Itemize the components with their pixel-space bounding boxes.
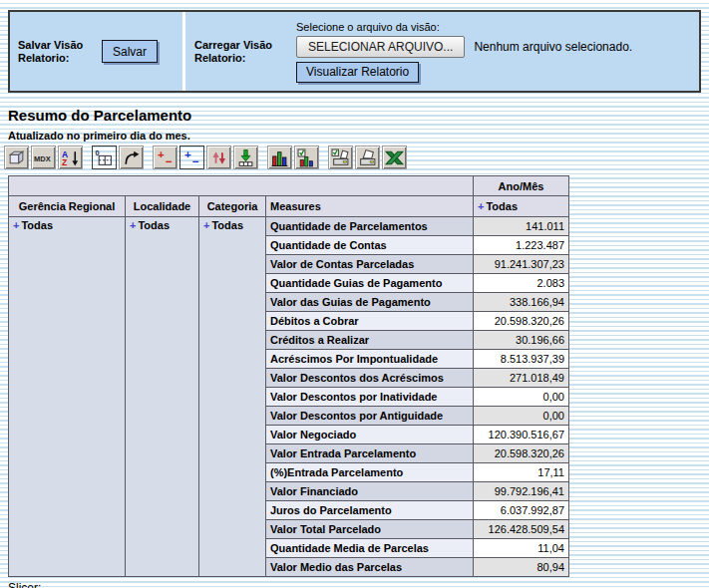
header-gerencia-regional: Gerência Regional [9, 196, 126, 217]
measure-value-cell: 91.241.307,23 [474, 255, 569, 274]
save-view-label: Salvar Visão Relatorio: [18, 39, 90, 65]
measure-label-cell: Valor Descontos por Inatividade [266, 388, 474, 407]
measure-value-cell: 11,04 [474, 539, 569, 558]
measure-label-cell: Valor Descontos dos Acréscimos [266, 369, 474, 388]
column-member-cell[interactable]: +Todas [474, 196, 569, 217]
expand-plus-icon[interactable]: + [130, 219, 136, 231]
expand-plus-icon[interactable]: + [203, 219, 209, 231]
measure-value-cell: 141.011 [474, 217, 569, 236]
row-member-cell[interactable]: +Todas [199, 217, 266, 577]
measure-label-cell: Quantidade Guias de Pagamento [266, 274, 474, 293]
slicer-label: Slicer: [8, 581, 709, 588]
measure-value-cell: 2.083 [474, 274, 569, 293]
show-empty-cells-icon[interactable]: 0 [92, 146, 117, 169]
print-icon[interactable] [355, 146, 380, 169]
drill-position-icon[interactable]: + − [179, 146, 204, 169]
svg-text:MDX: MDX [34, 154, 51, 163]
header-categoria: Categoria [199, 196, 266, 217]
pivot-head: Ano/Mês Gerência Regional Localidade Cat… [9, 176, 569, 217]
pivot-table: Ano/Mês Gerência Regional Localidade Cat… [8, 175, 569, 577]
measure-label-cell: Acréscimos Por Impontualidade [266, 350, 474, 369]
drill-through-icon[interactable] [233, 146, 258, 169]
row-member-cell[interactable]: +Todas [126, 217, 199, 577]
column-member-label: Todas [486, 200, 518, 212]
table-row: +Todas+Todas+TodasQuantidade de Parcelam… [9, 217, 569, 236]
show-chart-icon[interactable] [267, 146, 292, 169]
measure-value-cell: 0,00 [474, 407, 569, 426]
measure-label-cell: Valor Negociado [266, 426, 474, 444]
measure-label-cell: Valor de Contas Parceladas [266, 255, 474, 274]
header-row: Gerência Regional Localidade Categoria M… [9, 196, 569, 217]
drill-replace-icon[interactable] [206, 146, 231, 169]
svg-text:Z: Z [62, 157, 67, 167]
measure-label-cell: Valor Medio das Parcelas [266, 558, 474, 577]
measure-value-cell: 338.166,94 [474, 293, 569, 312]
view-report-button[interactable]: Visualizar Relatorio [296, 62, 419, 83]
measure-label-cell: Créditos a Realizar [266, 331, 474, 350]
measure-label-cell: Valor das Guias de Pagamento [266, 293, 474, 312]
measure-value-cell: 80,94 [474, 558, 569, 577]
measure-value-cell: 120.390.516,67 [474, 426, 569, 444]
measure-value-cell: 20.598.320,26 [474, 444, 569, 463]
measure-label-cell: Quantidade de Parcelamentos [266, 217, 474, 236]
pivot-toolbar: MDX A Z 0 + − + − [4, 146, 709, 169]
measure-value-cell: 99.792.196,41 [474, 482, 569, 501]
save-view-section: Salvar Visão Relatorio: Salvar [10, 12, 185, 91]
measure-value-cell: 30.196,66 [474, 331, 569, 350]
measure-label-cell: Quantidade de Contas [266, 236, 474, 255]
header-localidade: Localidade [126, 196, 199, 217]
load-view-label: Carregar Visão Relatorio: [194, 39, 284, 65]
corner-cell [9, 176, 474, 196]
measure-label-cell: Valor Financiado [266, 482, 474, 501]
measure-value-cell: 17,11 [474, 463, 569, 482]
report-view-panel: Salvar Visão Relatorio: Salvar Carregar … [8, 10, 701, 93]
page-subtitle: Atualizado no primeiro dia do mes. [8, 130, 709, 142]
cube-navigator-icon[interactable] [4, 146, 29, 169]
expand-plus-icon[interactable]: + [478, 200, 484, 212]
drill-member-icon[interactable]: + − [153, 146, 177, 169]
load-view-section: Carregar Visão Relatorio: Selecione o ar… [185, 12, 699, 91]
svg-text:+: + [184, 148, 191, 160]
measure-value-cell: 271.018,49 [474, 369, 569, 388]
export-excel-icon[interactable] [382, 146, 407, 169]
print-config-icon[interactable] [328, 146, 353, 169]
measure-value-cell: 126.428.509,54 [474, 520, 569, 539]
measure-label-cell: Valor Total Parcelado [266, 520, 474, 539]
svg-text:−: − [192, 153, 199, 166]
pivot-body: +Todas+Todas+TodasQuantidade de Parcelam… [9, 217, 569, 577]
column-axis-title: Ano/Mês [474, 176, 569, 196]
save-button[interactable]: Salvar [102, 40, 158, 63]
page-title: Resumo do Parcelamento [8, 107, 709, 124]
svg-text:+: + [158, 148, 165, 160]
measure-value-cell: 0,00 [474, 388, 569, 407]
expand-plus-icon[interactable]: + [13, 219, 19, 231]
chart-config-icon[interactable] [294, 146, 319, 169]
row-member-cell[interactable]: +Todas [9, 217, 126, 577]
sort-icon[interactable]: A Z [58, 146, 83, 169]
svg-text:−: − [166, 153, 173, 166]
measure-label-cell: Valor Entrada Parcelamento [266, 444, 474, 463]
measure-value-cell: 1.223.487 [474, 236, 569, 255]
mdx-editor-icon[interactable]: MDX [31, 146, 56, 169]
measure-label-cell: Quantidade Media de Parcelas [266, 539, 474, 558]
file-status-text: Nenhum arquivo selecionado. [474, 40, 632, 54]
measure-value-cell: 8.513.937,39 [474, 350, 569, 369]
measure-label-cell: Juros do Parcelamento [266, 501, 474, 520]
file-prompt-label: Selecione o arquivo da visão: [296, 21, 440, 33]
column-axis-row: Ano/Mês [9, 176, 569, 196]
measure-label-cell: Débitos a Cobrar [266, 312, 474, 331]
measure-label-cell: (%)Entrada Parcelamento [266, 463, 474, 482]
measure-label-cell: Valor Descontos por Antiguidade [266, 407, 474, 426]
select-file-button[interactable]: SELECIONAR ARQUIVO... [296, 36, 465, 58]
measure-value-cell: 6.037.992,87 [474, 501, 569, 520]
swap-axes-icon[interactable] [119, 146, 144, 169]
header-measures: Measures [266, 196, 474, 217]
measure-value-cell: 20.598.320,26 [474, 312, 569, 331]
